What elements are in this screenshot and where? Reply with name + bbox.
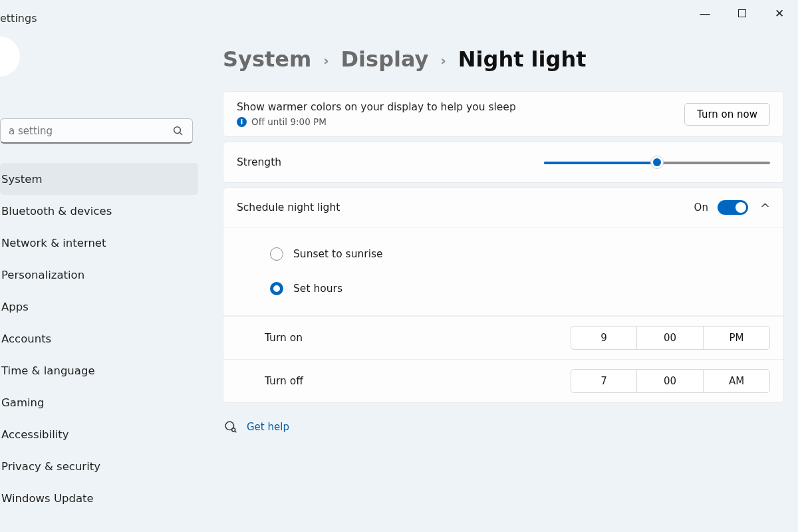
sidebar-item-system[interactable]: System <box>0 163 198 195</box>
turn-off-minute-picker[interactable]: 00 <box>637 369 704 393</box>
turn-off-hour-picker[interactable]: 7 <box>571 369 637 393</box>
sidebar-item-label: Accounts <box>1 332 51 345</box>
sidebar-item-apps[interactable]: Apps <box>0 291 198 323</box>
app-title: ettings <box>0 12 37 25</box>
turn-on-row: Turn on 9 00 PM <box>223 316 783 359</box>
help-label: Get help <box>247 421 289 433</box>
window-minimize-button[interactable]: — <box>686 0 724 27</box>
sidebar-item-label: Bluetooth & devices <box>1 205 112 217</box>
sidebar-item-accessibility[interactable]: Accessibility <box>0 418 198 450</box>
schedule-label: Schedule night light <box>237 201 694 213</box>
info-icon: i <box>237 117 247 127</box>
turn-off-ampm-picker[interactable]: AM <box>704 369 770 393</box>
sidebar-item-time-language[interactable]: Time & language <box>0 354 198 386</box>
turn-off-row: Turn off 7 00 AM <box>223 359 783 402</box>
maximize-icon <box>738 9 746 17</box>
window-close-button[interactable]: ✕ <box>761 0 798 27</box>
sidebar-item-label: Network & internet <box>1 237 106 249</box>
window-maximize-button[interactable] <box>724 0 761 27</box>
turn-on-ampm-picker[interactable]: PM <box>704 326 770 350</box>
radio-set-hours[interactable]: Set hours <box>270 271 770 306</box>
schedule-header[interactable]: Schedule night light On ^ <box>223 188 783 227</box>
main-content: Show warmer colors on your display to he… <box>223 91 784 434</box>
radio-label: Set hours <box>293 283 342 295</box>
sidebar-item-network[interactable]: Network & internet <box>0 227 198 259</box>
schedule-state-text: On <box>694 201 708 213</box>
sidebar-item-label: Personalization <box>1 269 84 281</box>
sidebar-item-label: Gaming <box>1 396 45 409</box>
search-box[interactable] <box>0 118 193 144</box>
turn-off-label: Turn off <box>265 375 571 387</box>
strength-card: Strength <box>223 142 784 183</box>
turn-on-hour-picker[interactable]: 9 <box>571 326 637 350</box>
chevron-right-icon: › <box>323 53 329 68</box>
sidebar-nav: System Bluetooth & devices Network & int… <box>0 163 198 514</box>
sidebar-item-label: Privacy & security <box>1 460 100 473</box>
sidebar-item-label: System <box>1 173 43 186</box>
breadcrumb: System › Display › Night light <box>223 47 587 72</box>
radio-checked-icon <box>270 282 283 295</box>
sidebar-item-update[interactable]: Windows Update <box>0 482 198 514</box>
schedule-toggle[interactable] <box>718 200 748 215</box>
radio-sunset-to-sunrise[interactable]: Sunset to sunrise <box>270 237 770 271</box>
slider-thumb[interactable] <box>650 156 664 169</box>
minimize-icon: — <box>700 7 711 20</box>
sidebar-item-label: Accessibility <box>1 428 69 441</box>
radio-icon <box>270 247 283 261</box>
schedule-card: Schedule night light On ^ Sunset to sunr… <box>223 188 784 403</box>
intro-status: Off until 9:00 PM <box>251 116 327 127</box>
sidebar-item-accounts[interactable]: Accounts <box>0 323 198 354</box>
search-icon <box>172 125 184 137</box>
sidebar-item-bluetooth[interactable]: Bluetooth & devices <box>0 195 198 227</box>
avatar[interactable] <box>0 37 20 76</box>
breadcrumb-display[interactable]: Display <box>341 47 429 72</box>
intro-card: Show warmer colors on your display to he… <box>223 91 784 137</box>
schedule-options: Sunset to sunrise Set hours <box>223 227 783 316</box>
close-icon: ✕ <box>775 7 784 20</box>
sidebar-item-label: Windows Update <box>1 492 94 505</box>
sidebar-item-label: Time & language <box>1 364 95 377</box>
strength-label: Strength <box>237 156 281 168</box>
chevron-right-icon: › <box>440 53 446 68</box>
sidebar-item-privacy[interactable]: Privacy & security <box>0 450 198 482</box>
strength-slider[interactable] <box>544 156 770 169</box>
help-icon <box>224 420 237 434</box>
turn-on-now-button[interactable]: Turn on now <box>684 103 770 126</box>
breadcrumb-system[interactable]: System <box>223 47 311 72</box>
radio-label: Sunset to sunrise <box>293 248 383 260</box>
sidebar-item-personalization[interactable]: Personalization <box>0 259 198 291</box>
slider-fill <box>544 162 657 164</box>
svg-line-1 <box>180 132 182 135</box>
intro-headline: Show warmer colors on your display to he… <box>237 101 516 113</box>
sidebar-item-gaming[interactable]: Gaming <box>0 386 198 418</box>
turn-on-label: Turn on <box>265 332 571 344</box>
svg-point-0 <box>174 126 181 133</box>
toggle-knob <box>735 202 746 213</box>
turn-on-minute-picker[interactable]: 00 <box>637 326 704 350</box>
sidebar-item-label: Apps <box>1 301 29 313</box>
svg-line-4 <box>235 431 237 433</box>
get-help-link[interactable]: Get help <box>224 420 784 434</box>
page-title: Night light <box>458 47 587 72</box>
chevron-up-icon[interactable]: ^ <box>760 201 770 215</box>
search-input[interactable] <box>9 125 172 137</box>
